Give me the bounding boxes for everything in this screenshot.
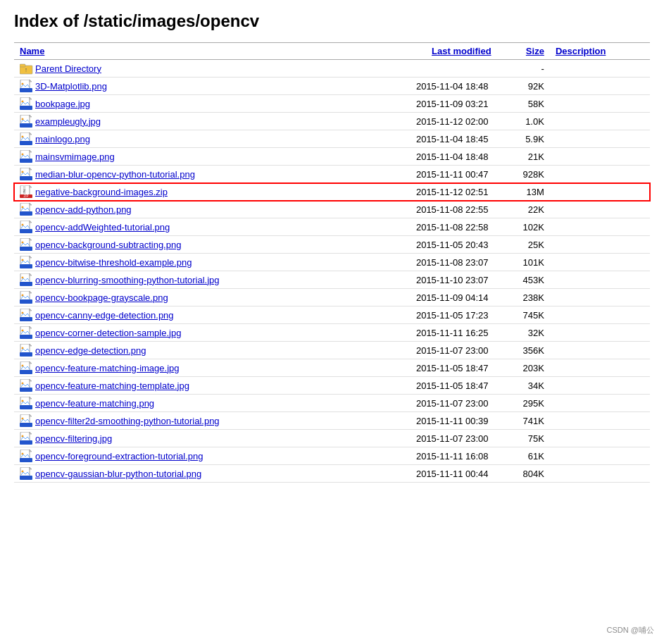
file-link[interactable]: opencv-foreground-extraction-tutorial.pn… — [35, 451, 203, 462]
file-link[interactable]: opencv-feature-matching-template.jpg — [35, 380, 189, 391]
table-row: 3D-Matplotlib.png2015-11-04 18:4892K — [14, 78, 650, 95]
name-sort-link[interactable]: Name — [20, 46, 44, 56]
file-date-cell: 2015-11-11 00:44 — [356, 465, 496, 483]
file-name-cell: opencv-feature-matching-image.jpg — [14, 359, 356, 377]
file-date-cell: 2015-11-04 18:48 — [356, 148, 496, 166]
file-link[interactable]: opencv-gaussian-blur-python-tutorial.png — [35, 469, 201, 479]
file-link[interactable]: 3D-Matplotlib.png — [35, 81, 107, 92]
image-file-icon — [20, 97, 32, 110]
file-date-cell: 2015-11-09 03:21 — [356, 95, 496, 113]
svg-marker-34 — [30, 203, 32, 205]
image-file-icon — [20, 238, 32, 251]
file-link[interactable]: opencv-filter2d-smoothing-python-tutoria… — [35, 416, 220, 426]
file-size-cell: 1.0K — [497, 113, 550, 130]
svg-rect-39 — [20, 229, 32, 233]
table-row: opencv-bookpage-grayscale.png2015-11-09 … — [14, 289, 650, 306]
file-name-cell: opencv-canny-edge-detection.png — [14, 306, 356, 324]
svg-marker-30 — [30, 185, 32, 187]
table-row: opencv-blurring-smoothing-python-tutoria… — [14, 271, 650, 289]
file-link[interactable]: exampleugly.jpg — [35, 116, 101, 127]
svg-rect-47 — [20, 264, 32, 268]
file-date-cell: 2015-11-05 18:47 — [356, 377, 496, 395]
file-desc-cell — [550, 254, 650, 271]
file-name-cell: opencv-filtering.jpg — [14, 430, 356, 447]
file-date-cell: 2015-11-07 23:00 — [356, 430, 496, 447]
file-link[interactable]: mainsvmimage.png — [35, 151, 115, 162]
file-link[interactable]: Parent Directory — [35, 63, 101, 74]
table-row: bookpage.jpg2015-11-09 03:2158K — [14, 95, 650, 113]
file-desc-cell — [550, 271, 650, 289]
file-name-cell: bookpage.jpg — [14, 95, 356, 113]
file-size-cell: 745K — [497, 306, 550, 324]
table-row: opencv-edge-detection.png2015-11-07 23:0… — [14, 342, 650, 359]
file-date-cell: 2015-11-04 18:48 — [356, 78, 496, 95]
svg-rect-91 — [20, 458, 32, 462]
file-date-cell: 2015-11-11 16:25 — [356, 324, 496, 342]
file-link[interactable]: mainlogo.png — [35, 134, 90, 144]
table-row: opencv-corner-detection-sample.jpg2015-1… — [14, 324, 650, 342]
file-size-cell: - — [497, 60, 550, 78]
file-link[interactable]: opencv-bitwise-threshold-example.png — [35, 257, 192, 268]
file-link[interactable]: opencv-addWeighted-tutorial.png — [35, 222, 170, 233]
file-size-cell: 92K — [497, 78, 550, 95]
file-link[interactable]: opencv-blurring-smoothing-python-tutoria… — [35, 275, 220, 285]
file-desc-cell — [550, 306, 650, 324]
file-link[interactable]: negative-background-images.zip — [35, 187, 168, 197]
file-link[interactable]: bookpage.jpg — [35, 99, 90, 109]
table-row: ↑ Parent Directory- — [14, 60, 650, 78]
file-link[interactable]: opencv-filtering.jpg — [35, 433, 112, 444]
desc-sort-link[interactable]: Description — [556, 46, 606, 56]
image-file-icon — [20, 344, 32, 357]
file-link[interactable]: opencv-background-subtracting.png — [35, 240, 181, 250]
svg-marker-54 — [30, 291, 32, 293]
image-file-icon — [20, 432, 32, 445]
file-desc-cell — [550, 130, 650, 148]
file-name-cell: median-blur-opencv-python-tutorial.png — [14, 166, 356, 183]
table-row: opencv-foreground-extraction-tutorial.pn… — [14, 447, 650, 465]
file-desc-cell — [550, 395, 650, 412]
file-size-cell: 356K — [497, 342, 550, 359]
svg-rect-63 — [20, 335, 32, 339]
table-row: opencv-feature-matching-image.jpg2015-11… — [14, 359, 650, 377]
image-file-icon — [20, 414, 32, 427]
svg-rect-17 — [20, 141, 32, 145]
file-size-cell: 61K — [497, 447, 550, 465]
file-date-cell: 2015-11-09 04:14 — [356, 289, 496, 306]
image-file-icon — [20, 379, 32, 392]
file-name-cell: 3D-Matplotlib.png — [14, 78, 356, 95]
file-size-cell: 13M — [497, 183, 550, 201]
file-desc-cell — [550, 377, 650, 395]
table-header-row: Name Last modified Size Description — [14, 43, 650, 60]
file-link[interactable]: opencv-feature-matching-image.jpg — [35, 363, 180, 373]
file-date-cell: 2015-11-12 02:51 — [356, 183, 496, 201]
file-size-cell: 102K — [497, 218, 550, 236]
file-link[interactable]: opencv-edge-detection.png — [35, 345, 146, 356]
file-name-cell: opencv-gaussian-blur-python-tutorial.png — [14, 465, 356, 483]
file-name-cell: mainsvmimage.png — [14, 148, 356, 166]
svg-marker-78 — [30, 397, 32, 399]
desc-header: Description — [550, 43, 650, 60]
date-sort-link[interactable]: Last modified — [432, 46, 491, 56]
size-sort-link[interactable]: Size — [526, 46, 544, 56]
svg-rect-25 — [20, 176, 32, 180]
file-desc-cell — [550, 412, 650, 430]
table-row: opencv-feature-matching-template.jpg2015… — [14, 377, 650, 395]
image-file-icon — [20, 132, 32, 145]
file-size-cell: 58K — [497, 95, 550, 113]
file-link[interactable]: opencv-feature-matching.png — [35, 398, 154, 409]
image-file-icon — [20, 397, 32, 409]
table-row: opencv-addWeighted-tutorial.png2015-11-0… — [14, 218, 650, 236]
file-size-cell: 21K — [497, 148, 550, 166]
file-desc-cell — [550, 236, 650, 254]
file-desc-cell — [550, 465, 650, 483]
file-link[interactable]: opencv-corner-detection-sample.jpg — [35, 328, 181, 338]
image-file-icon — [20, 326, 32, 339]
file-link[interactable]: median-blur-opencv-python-tutorial.png — [35, 169, 195, 180]
file-link[interactable]: opencv-canny-edge-detection.png — [35, 310, 174, 321]
file-link[interactable]: opencv-add-python.png — [35, 204, 132, 215]
svg-text:↑: ↑ — [25, 66, 28, 73]
file-link[interactable]: opencv-bookpage-grayscale.png — [35, 292, 168, 303]
file-desc-cell — [550, 359, 650, 377]
svg-marker-62 — [30, 326, 32, 328]
file-date-cell: 2015-11-10 23:07 — [356, 271, 496, 289]
